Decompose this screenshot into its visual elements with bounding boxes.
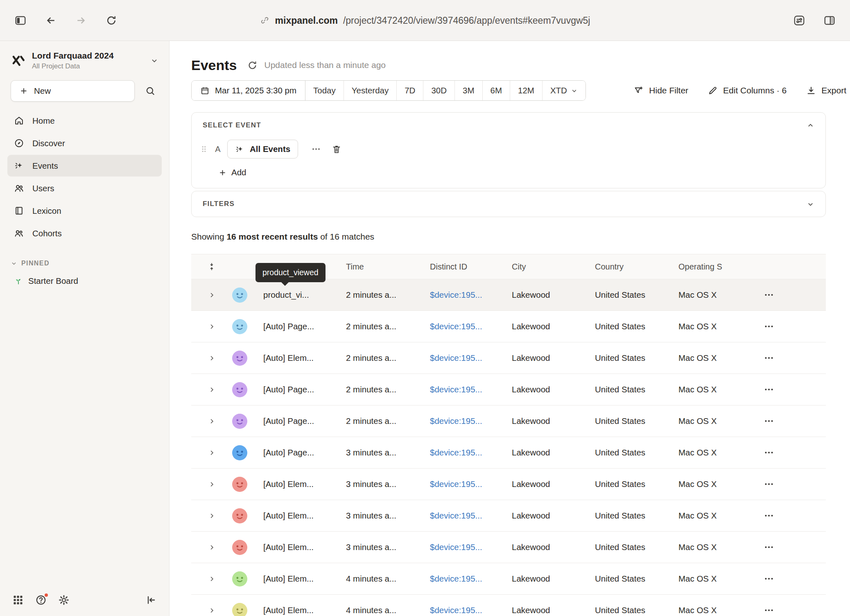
row-actions-button[interactable] bbox=[757, 353, 774, 363]
event-name[interactable]: [Auto] Elem... bbox=[251, 479, 346, 489]
row-actions-button[interactable] bbox=[757, 321, 774, 332]
filters-header[interactable]: FILTERS bbox=[192, 191, 825, 217]
table-row[interactable]: [Auto] Page... 2 minutes a... $device:19… bbox=[191, 374, 826, 405]
browser-sidebar-toggle-button[interactable] bbox=[11, 11, 30, 30]
help-button[interactable] bbox=[35, 594, 47, 606]
row-actions-button[interactable] bbox=[757, 605, 774, 616]
distinct-id-link[interactable]: $device:195... bbox=[430, 574, 512, 584]
table-row[interactable]: [Auto] Page... 2 minutes a... $device:19… bbox=[191, 310, 826, 342]
row-expand-chevron[interactable] bbox=[208, 449, 216, 457]
event-name[interactable]: [Auto] Page... bbox=[251, 385, 346, 394]
row-actions-button[interactable] bbox=[757, 290, 774, 300]
browser-split-view-button[interactable] bbox=[820, 11, 839, 30]
row-expand-chevron[interactable] bbox=[208, 354, 216, 362]
row-actions-button[interactable] bbox=[757, 573, 774, 584]
row-actions-button[interactable] bbox=[757, 510, 774, 521]
sidebar-item-cohorts[interactable]: Cohorts bbox=[7, 222, 162, 244]
browser-forward-button[interactable] bbox=[71, 11, 91, 30]
row-expand-chevron[interactable] bbox=[208, 480, 216, 488]
row-expand-chevron[interactable] bbox=[208, 512, 216, 520]
edit-columns-button[interactable]: Edit Columns · 6 bbox=[708, 86, 787, 95]
pinned-section-toggle[interactable]: PINNED bbox=[0, 247, 169, 270]
range-12m[interactable]: 12M bbox=[510, 81, 543, 100]
distinct-id-link[interactable]: $device:195... bbox=[430, 322, 512, 331]
row-expand-chevron[interactable] bbox=[208, 607, 216, 614]
column-header-distinct-id[interactable]: Distinct ID bbox=[430, 262, 512, 272]
distinct-id-link[interactable]: $device:195... bbox=[430, 290, 512, 300]
row-expand-chevron[interactable] bbox=[208, 544, 216, 551]
row-actions-button[interactable] bbox=[757, 416, 774, 426]
event-name[interactable]: [Auto] Elem... bbox=[251, 353, 346, 363]
range-xtd[interactable]: XTD bbox=[543, 81, 586, 100]
event-name[interactable]: [Auto] Page... bbox=[251, 448, 346, 457]
event-name[interactable]: [Auto] Elem... bbox=[251, 542, 346, 552]
event-more-button[interactable] bbox=[311, 144, 321, 154]
browser-reload-button[interactable] bbox=[102, 11, 121, 30]
row-expand-chevron[interactable] bbox=[208, 417, 216, 425]
refresh-button[interactable] bbox=[247, 60, 258, 71]
range-3m[interactable]: 3M bbox=[455, 81, 482, 100]
table-row[interactable]: [Auto] Elem... 3 minutes a... $device:19… bbox=[191, 531, 826, 563]
sidebar-item-events[interactable]: Events bbox=[7, 155, 162, 177]
drag-handle[interactable] bbox=[199, 145, 208, 154]
range-yesterday[interactable]: Yesterday bbox=[344, 81, 397, 100]
column-header-country[interactable]: Country bbox=[595, 262, 678, 272]
row-expand-chevron[interactable] bbox=[208, 386, 216, 394]
browser-tune-button[interactable] bbox=[789, 11, 809, 30]
sidebar-item-home[interactable]: Home bbox=[7, 110, 162, 131]
range-today[interactable]: Today bbox=[305, 81, 344, 100]
range-6m[interactable]: 6M bbox=[483, 81, 510, 100]
table-row[interactable]: [Auto] Elem... 3 minutes a... $device:19… bbox=[191, 500, 826, 531]
range-7d[interactable]: 7D bbox=[397, 81, 423, 100]
column-header-time[interactable]: Time bbox=[346, 262, 430, 272]
distinct-id-link[interactable]: $device:195... bbox=[430, 385, 512, 394]
export-button[interactable]: Export bbox=[806, 86, 846, 95]
column-header-city[interactable]: City bbox=[512, 262, 595, 272]
sidebar-item-starter-board[interactable]: Starter Board bbox=[0, 270, 169, 292]
distinct-id-link[interactable]: $device:195... bbox=[430, 511, 512, 521]
row-actions-button[interactable] bbox=[757, 479, 774, 489]
all-events-chip[interactable]: All Events bbox=[227, 140, 298, 159]
event-name[interactable]: [Auto] Elem... bbox=[251, 605, 346, 615]
distinct-id-link[interactable]: $device:195... bbox=[430, 416, 512, 426]
browser-back-button[interactable] bbox=[41, 11, 61, 30]
apps-grid-button[interactable] bbox=[12, 594, 24, 606]
date-picker-button[interactable]: Mar 11, 2025 3:30 pm bbox=[192, 81, 305, 100]
row-expand-chevron[interactable] bbox=[208, 323, 216, 331]
table-row[interactable]: [Auto] Elem... 4 minutes a... $device:19… bbox=[191, 563, 826, 594]
distinct-id-link[interactable]: $device:195... bbox=[430, 479, 512, 489]
row-actions-button[interactable] bbox=[757, 447, 774, 458]
row-actions-button[interactable] bbox=[757, 542, 774, 553]
hide-filter-button[interactable]: Hide Filter bbox=[634, 86, 688, 95]
row-expand-chevron[interactable] bbox=[208, 575, 216, 583]
collapse-all-rows-button[interactable] bbox=[207, 262, 216, 271]
select-event-header[interactable]: SELECT EVENT bbox=[192, 113, 825, 138]
row-actions-button[interactable] bbox=[757, 384, 774, 395]
table-row[interactable]: [Auto] Elem... 3 minutes a... $device:19… bbox=[191, 468, 826, 500]
event-name[interactable]: product_vi... bbox=[251, 290, 346, 300]
distinct-id-link[interactable]: $device:195... bbox=[430, 542, 512, 552]
table-row[interactable]: [Auto] Elem... 2 minutes a... $device:19… bbox=[191, 342, 826, 374]
distinct-id-link[interactable]: $device:195... bbox=[430, 353, 512, 363]
search-button[interactable] bbox=[140, 81, 160, 101]
row-expand-chevron[interactable] bbox=[208, 291, 216, 299]
table-row[interactable]: [Auto] Elem... 4 minutes a... $device:19… bbox=[191, 594, 826, 616]
table-row[interactable]: [Auto] Page... 3 minutes a... $device:19… bbox=[191, 437, 826, 468]
sidebar-item-lexicon[interactable]: Lexicon bbox=[7, 200, 162, 222]
delete-event-button[interactable] bbox=[332, 144, 341, 154]
sidebar-item-discover[interactable]: Discover bbox=[7, 132, 162, 154]
collapse-sidebar-button[interactable] bbox=[145, 594, 157, 606]
event-name[interactable]: [Auto] Page... bbox=[251, 322, 346, 331]
distinct-id-link[interactable]: $device:195... bbox=[430, 605, 512, 615]
add-event-button[interactable]: Add bbox=[218, 168, 246, 177]
event-name[interactable]: [Auto] Page... bbox=[251, 416, 346, 426]
range-30d[interactable]: 30D bbox=[423, 81, 455, 100]
new-button[interactable]: New bbox=[11, 80, 135, 102]
distinct-id-link[interactable]: $device:195... bbox=[430, 448, 512, 457]
url-bar[interactable]: mixpanel.com/project/3472420/view/397469… bbox=[260, 15, 590, 26]
project-switcher[interactable]: Lord Farquaad 2024 All Project Data bbox=[0, 41, 169, 78]
event-name[interactable]: [Auto] Elem... bbox=[251, 511, 346, 521]
table-row[interactable]: [Auto] Page... 2 minutes a... $device:19… bbox=[191, 405, 826, 437]
settings-button[interactable] bbox=[58, 594, 70, 606]
event-name[interactable]: [Auto] Elem... bbox=[251, 574, 346, 584]
